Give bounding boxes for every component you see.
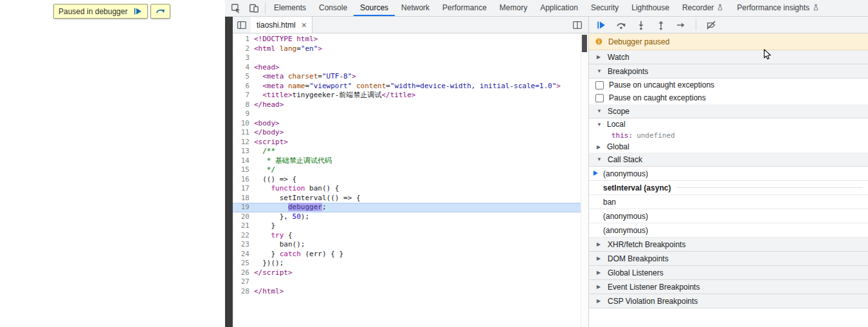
line-number[interactable]: 21 <box>233 221 254 231</box>
line-number[interactable]: 25 <box>233 259 254 268</box>
checkbox-pause-on-caught-exceptions[interactable]: Pause on caught exceptions <box>589 91 868 104</box>
code-text[interactable]: </html> <box>254 287 284 297</box>
code-text[interactable]: debugger; <box>254 203 327 212</box>
line-number[interactable]: 26 <box>233 268 254 278</box>
code-text[interactable]: } catch (err) { } <box>254 250 343 259</box>
line-number[interactable]: 15 <box>233 165 254 175</box>
line-number[interactable]: 6 <box>233 82 254 91</box>
code-text[interactable]: (() => { <box>254 175 296 185</box>
code-text[interactable]: <head> <box>254 63 280 73</box>
deactivate-breakpoints-icon[interactable] <box>706 20 716 30</box>
close-icon[interactable]: × <box>300 21 308 30</box>
section-watch[interactable]: ▶Watch <box>589 50 868 64</box>
checkbox-box[interactable] <box>595 94 604 102</box>
callstack-frame[interactable]: (anonymous) <box>589 223 868 238</box>
code-text[interactable]: ban(); <box>254 240 305 250</box>
line-number[interactable]: 12 <box>233 138 254 147</box>
code-text[interactable]: </script> <box>254 268 293 278</box>
device-toolbar-icon[interactable] <box>249 3 259 14</box>
callstack-frame[interactable]: (anonymous) <box>589 209 868 223</box>
callstack-frame[interactable]: (anonymous) <box>589 167 868 181</box>
tab-elements[interactable]: Elements <box>267 0 312 16</box>
line-number[interactable]: 13 <box>233 147 254 156</box>
file-tab[interactable]: tiaoshi.html × <box>251 17 312 33</box>
page-scrollbar[interactable] <box>225 17 233 327</box>
tab-security[interactable]: Security <box>584 0 625 16</box>
tab-sources[interactable]: Sources <box>354 0 395 16</box>
code-text[interactable]: <title>tinygeeker-前端禁止调试</title> <box>254 91 415 100</box>
callstack-frame[interactable]: ban <box>589 195 868 209</box>
code-text[interactable]: <meta name="viewport" content="width=dev… <box>254 82 561 91</box>
line-number[interactable]: 20 <box>233 212 254 222</box>
section-event-listener-breakpoints[interactable]: ▶Event Listener Breakpoints <box>589 280 868 294</box>
section-breakpoints[interactable]: ▼Breakpoints <box>589 64 868 79</box>
line-number[interactable]: 4 <box>233 63 254 73</box>
panel-columns-icon[interactable] <box>566 20 588 30</box>
code-text[interactable]: </head> <box>254 100 284 110</box>
code-text[interactable]: * 基础禁止调试代码 <box>254 156 332 166</box>
code-text[interactable]: <html lang="en"> <box>254 44 322 54</box>
resume-icon[interactable] <box>596 20 606 30</box>
scope-local[interactable]: ▼Local <box>589 118 868 130</box>
line-number[interactable]: 23 <box>233 240 254 250</box>
code-text[interactable]: setInterval(() => { <box>254 194 361 203</box>
line-number[interactable]: 3 <box>233 53 254 63</box>
inspect-icon[interactable] <box>231 3 241 14</box>
checkbox-box[interactable] <box>595 81 604 89</box>
banner-resume-button[interactable] <box>133 6 143 16</box>
tab-performance[interactable]: Performance <box>436 0 493 16</box>
line-number[interactable]: 22 <box>233 231 254 241</box>
line-number[interactable]: 2 <box>233 44 254 54</box>
scope-global[interactable]: ▶Global <box>589 141 868 153</box>
code-text[interactable]: try { <box>254 231 293 241</box>
step-icon[interactable] <box>676 20 686 30</box>
step-over-icon[interactable] <box>616 20 626 30</box>
code-text[interactable]: <script> <box>254 138 288 147</box>
line-number[interactable]: 5 <box>233 72 254 82</box>
line-number[interactable]: 28 <box>233 287 254 297</box>
line-number[interactable]: 24 <box>233 250 254 259</box>
section-csp-violation-breakpoints[interactable]: ▶CSP Violation Breakpoints <box>589 294 868 308</box>
code-text[interactable]: /** <box>254 147 275 156</box>
code-text[interactable]: } <box>254 221 275 231</box>
tab-recorder[interactable]: Recorder <box>676 0 730 16</box>
checkbox-pause-on-uncaught-exceptions[interactable]: Pause on uncaught exceptions <box>589 79 868 91</box>
code-text[interactable]: */ <box>254 165 275 175</box>
step-out-icon[interactable] <box>656 20 666 30</box>
line-number[interactable]: 9 <box>233 109 254 119</box>
line-number[interactable]: 19 <box>233 203 254 212</box>
line-number[interactable]: 27 <box>233 277 254 287</box>
section-global-listeners[interactable]: ▶Global Listeners <box>589 266 868 280</box>
line-number[interactable]: 8 <box>233 100 254 110</box>
section-dom-breakpoints[interactable]: ▶DOM Breakpoints <box>589 252 868 266</box>
section-scope[interactable]: ▼Scope <box>589 104 868 118</box>
line-number[interactable]: 16 <box>233 175 254 185</box>
code-text[interactable]: function ban() { <box>254 184 339 194</box>
tab-network[interactable]: Network <box>395 0 436 16</box>
line-number[interactable]: 11 <box>233 128 254 138</box>
code-text[interactable]: }, 50); <box>254 212 309 222</box>
toggle-navigator-icon[interactable] <box>233 20 251 30</box>
code-text[interactable]: <body> <box>254 119 280 129</box>
scrollbar-thumb[interactable] <box>582 35 587 52</box>
tab-performance-insights[interactable]: Performance insights <box>730 0 826 16</box>
code-text[interactable]: <!DOCTYPE html> <box>254 35 318 44</box>
editor-scrollbar[interactable] <box>581 33 588 327</box>
tab-application[interactable]: Application <box>534 0 584 16</box>
section-xhr-fetch-breakpoints[interactable]: ▶XHR/fetch Breakpoints <box>589 238 868 252</box>
line-number[interactable]: 1 <box>233 35 254 44</box>
line-number[interactable]: 7 <box>233 91 254 100</box>
line-number[interactable]: 18 <box>233 194 254 203</box>
line-number[interactable]: 14 <box>233 156 254 166</box>
tab-console[interactable]: Console <box>312 0 354 16</box>
line-number[interactable]: 10 <box>233 119 254 129</box>
step-into-icon[interactable] <box>636 20 646 30</box>
code-text[interactable]: <meta charset="UTF-8"> <box>254 72 356 82</box>
code-text[interactable]: })(); <box>254 259 284 268</box>
tab-memory[interactable]: Memory <box>493 0 534 16</box>
section-call-stack[interactable]: ▼Call Stack <box>589 153 868 167</box>
banner-step-over-button[interactable] <box>150 4 170 19</box>
code-text[interactable]: </body> <box>254 128 284 138</box>
line-number[interactable]: 17 <box>233 184 254 194</box>
tab-lighthouse[interactable]: Lighthouse <box>625 0 676 16</box>
